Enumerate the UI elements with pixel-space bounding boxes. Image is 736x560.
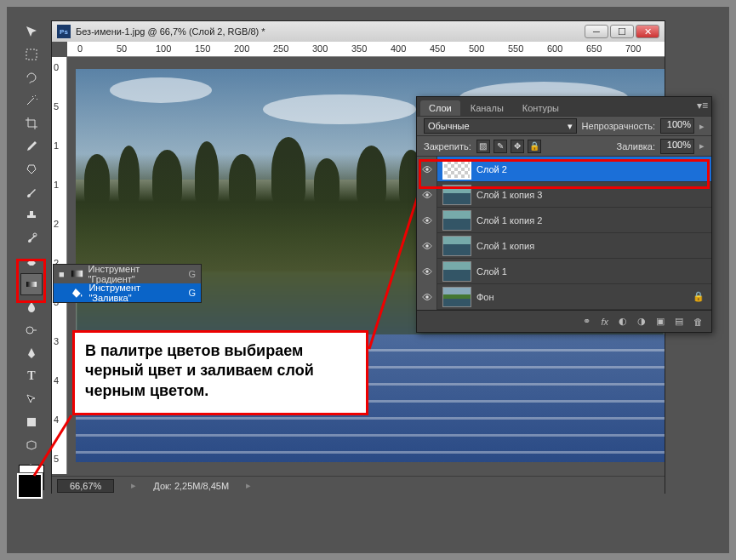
link-layers-icon[interactable]: ⚭ <box>583 316 591 327</box>
layer-thumbnail[interactable] <box>442 261 471 282</box>
path-select-tool[interactable] <box>20 388 43 410</box>
opacity-field[interactable]: 100% <box>660 118 694 134</box>
annotation-box: В палитре цветов выбираем черный цвет и … <box>72 330 368 415</box>
svg-rect-2 <box>26 282 37 287</box>
panel-menu-icon[interactable]: ▾≡ <box>697 100 708 111</box>
delete-layer-icon[interactable]: 🗑 <box>693 317 703 327</box>
shape-tool[interactable] <box>20 411 43 433</box>
lock-pixels-icon[interactable]: ✎ <box>494 140 507 153</box>
fill-label: Заливка: <box>617 141 655 151</box>
layer-thumbnail[interactable] <box>442 210 471 231</box>
layer-row[interactable]: Слой 1 копия <box>417 233 711 259</box>
svg-point-3 <box>26 327 33 334</box>
layer-mask-icon[interactable]: ◐ <box>619 316 627 327</box>
toolbox: T <box>19 19 44 504</box>
healing-tool[interactable] <box>20 158 43 180</box>
lock-position-icon[interactable]: ✥ <box>511 140 524 153</box>
lock-all-icon[interactable]: 🔒 <box>528 140 541 153</box>
wand-tool[interactable] <box>20 89 43 111</box>
layer-group-icon[interactable]: ▣ <box>656 316 665 327</box>
layer-thumbnail[interactable] <box>442 236 471 256</box>
visibility-toggle[interactable] <box>417 157 437 182</box>
layer-row[interactable]: Фон🔒 <box>417 284 711 310</box>
layers-list: Слой 2Слой 1 копия 3Слой 1 копия 2Слой 1… <box>417 157 711 310</box>
opacity-label: Непрозрачность: <box>582 121 655 131</box>
new-layer-icon[interactable]: ▤ <box>675 316 683 327</box>
lasso-tool[interactable] <box>20 66 43 89</box>
layer-row[interactable]: Слой 2 <box>417 157 711 182</box>
svg-rect-0 <box>26 49 37 60</box>
blend-mode-dropdown[interactable]: Обычные▾ <box>424 118 577 134</box>
ruler-horizontal[interactable]: 0501001502002503003504004505005506006507… <box>67 42 665 57</box>
lock-label: Закрепить: <box>424 141 471 151</box>
maximize-button[interactable]: ☐ <box>610 25 634 38</box>
visibility-toggle[interactable] <box>417 233 437 259</box>
lock-transparency-icon[interactable]: ▨ <box>476 140 490 153</box>
history-brush-tool[interactable] <box>20 227 43 249</box>
minimize-button[interactable]: ─ <box>585 25 608 38</box>
fill-field[interactable]: 100% <box>660 139 694 154</box>
layer-name: Слой 1 <box>476 266 711 277</box>
visibility-toggle[interactable] <box>417 284 437 310</box>
ps-icon: Ps <box>57 25 71 38</box>
layer-name: Слой 1 копия 3 <box>476 190 711 200</box>
svg-point-9 <box>425 219 429 222</box>
layer-name: Слой 1 копия 2 <box>476 215 711 226</box>
panel-options-row: Обычные▾ Непрозрачность: 100% ▸ <box>417 116 711 136</box>
flyout-bucket[interactable]: Инструмент "Заливка" G <box>54 283 201 302</box>
layer-name: Слой 1 копия <box>476 241 711 251</box>
stamp-tool[interactable] <box>20 204 43 226</box>
svg-rect-4 <box>27 418 36 426</box>
doc-size: Док: 2,25M/8,45M <box>153 481 229 491</box>
layer-thumbnail[interactable] <box>442 185 471 205</box>
window-title: Без-имени-1.jpg @ 66,7% (Слой 2, RGB/8) … <box>76 26 265 37</box>
svg-point-8 <box>425 193 429 197</box>
status-bar: 66,67% ▸ Док: 2,25M/8,45M ▸ <box>52 476 665 494</box>
layer-thumbnail[interactable] <box>442 287 471 307</box>
visibility-toggle[interactable] <box>417 259 437 284</box>
tab-channels[interactable]: Каналы <box>462 100 512 116</box>
type-tool[interactable]: T <box>20 365 43 387</box>
move-tool[interactable] <box>20 20 43 43</box>
layer-fx-icon[interactable]: fx <box>601 317 608 327</box>
tab-paths[interactable]: Контуры <box>514 100 568 116</box>
shortcut-label: G <box>188 269 196 279</box>
visibility-toggle[interactable] <box>417 208 437 233</box>
layer-name: Слой 2 <box>476 164 711 174</box>
3d-tool[interactable] <box>20 434 43 456</box>
eyedropper-tool[interactable] <box>20 135 43 157</box>
eraser-tool[interactable] <box>20 250 43 272</box>
blur-tool[interactable] <box>20 296 43 318</box>
svg-point-7 <box>425 168 429 171</box>
zoom-field[interactable]: 66,67% <box>57 479 114 493</box>
dodge-tool[interactable] <box>20 319 43 341</box>
svg-point-11 <box>425 270 429 273</box>
tab-layers[interactable]: Слои <box>420 100 460 116</box>
flyout-gradient[interactable]: ■ Инструмент "Градиент" G <box>54 265 201 283</box>
svg-point-12 <box>425 295 429 299</box>
layer-row[interactable]: Слой 1 копия 2 <box>417 208 711 233</box>
layer-thumbnail[interactable] <box>442 159 471 180</box>
flyout-label: Инструмент "Заливка" <box>88 283 183 303</box>
tool-flyout: ■ Инструмент "Градиент" G Инструмент "За… <box>53 264 202 303</box>
svg-rect-6 <box>71 271 82 277</box>
panel-footer: ⚭ fx ◐ ◑ ▣ ▤ 🗑 <box>417 310 711 332</box>
layer-name: Фон <box>476 292 693 302</box>
gradient-icon <box>71 267 83 281</box>
layers-panel: Слои Каналы Контуры ▾≡ Обычные▾ Непрозра… <box>416 96 712 333</box>
foreground-color-swatch[interactable] <box>17 473 43 499</box>
crop-tool[interactable] <box>20 112 43 134</box>
layer-row[interactable]: Слой 1 <box>417 259 711 284</box>
close-button[interactable]: ✕ <box>636 25 659 38</box>
titlebar: Ps Без-имени-1.jpg @ 66,7% (Слой 2, RGB/… <box>52 21 665 42</box>
layer-row[interactable]: Слой 1 копия 3 <box>417 182 711 208</box>
marquee-tool[interactable] <box>20 43 43 66</box>
adjustment-layer-icon[interactable]: ◑ <box>637 316 646 327</box>
gradient-tool[interactable] <box>20 273 43 295</box>
shortcut-label: G <box>188 288 196 298</box>
brush-tool[interactable] <box>20 181 43 203</box>
pen-tool[interactable] <box>20 342 43 364</box>
visibility-toggle[interactable] <box>417 182 437 208</box>
svg-point-10 <box>425 244 429 248</box>
bucket-icon <box>71 286 84 300</box>
